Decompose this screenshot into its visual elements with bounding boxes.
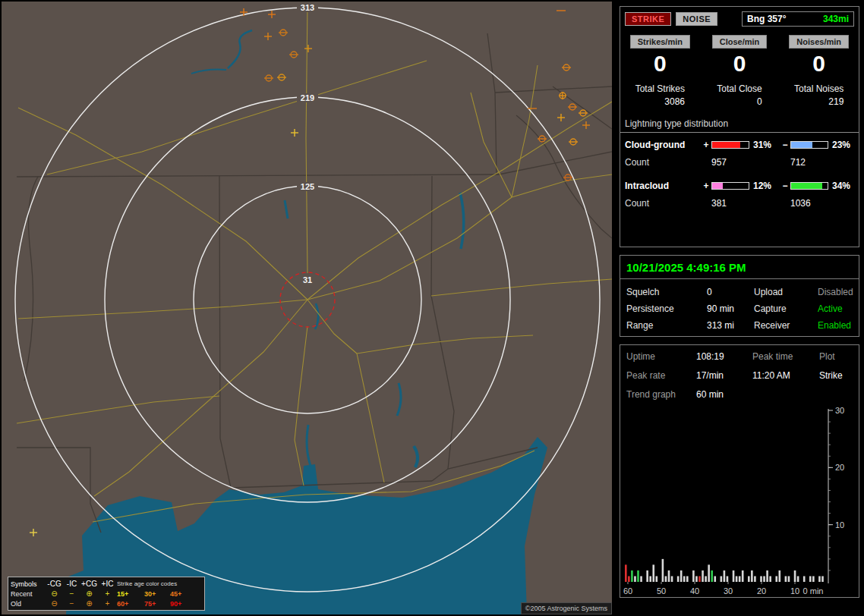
squelch-label: Squelch	[626, 287, 707, 297]
cg-plus-pct: 31%	[749, 140, 780, 150]
svg-text:30: 30	[835, 406, 844, 415]
cloud-ground-row: Cloud-ground + 31% − 23%	[625, 140, 854, 150]
minus-sign: −	[780, 140, 790, 150]
legend-symbols-header: Symbols	[11, 580, 46, 588]
cg-minus-bar	[790, 141, 828, 149]
intracloud-label: Intracloud	[625, 181, 701, 191]
cg-minus-pct: 23%	[828, 140, 854, 150]
close-per-min-counter: Close/min 0 Total Close 0	[700, 34, 780, 108]
capture-status: Active	[818, 303, 853, 314]
cg-minus-count: 712	[790, 157, 828, 168]
ring-label-125: 125	[301, 182, 314, 191]
bearing-distance: 343mi	[823, 14, 849, 24]
strikes-per-min-value: 0	[620, 52, 700, 76]
ic-minus-icon: −	[63, 590, 80, 598]
stats-panel: STRIKE NOISE Bng 357° 343mi Strikes/min …	[620, 6, 859, 247]
svg-text:30: 30	[724, 586, 733, 596]
ic-plus-pct: 12%	[749, 181, 780, 191]
total-close-value: 0	[717, 96, 762, 107]
ring-label-31: 31	[303, 275, 312, 284]
ring-label-313: 313	[301, 3, 314, 12]
ic-plus-count: 381	[711, 198, 749, 209]
ic-minus-bar	[790, 182, 828, 190]
age-75: 75+	[144, 600, 170, 608]
app-window: 313 219 125 31 Symbols -CG -IC +CG +IC S…	[0, 0, 864, 616]
persistence-label: Persistence	[626, 303, 707, 314]
peak-time-label: Peak time	[752, 351, 819, 362]
trend-chart-canvas: 3020106050403020100 min	[622, 406, 859, 597]
trend-graph: 3020106050403020100 min	[622, 406, 859, 600]
age-45: 45+	[170, 590, 196, 598]
age-15: 15+	[117, 590, 144, 598]
cloud-ground-count-row: Count 957 712	[625, 157, 854, 168]
uptime-label: Uptime	[626, 351, 696, 362]
upload-status: Disabled	[818, 287, 853, 297]
svg-text:60: 60	[623, 586, 632, 596]
cg-plus-count: 957	[711, 157, 749, 168]
map[interactable]: 313 219 125 31 Symbols -CG -IC +CG +IC S…	[2, 2, 612, 614]
peak-rate-value: 17/min	[696, 370, 752, 381]
copyright: ©2005 Astrogenic Systems	[521, 602, 612, 614]
count-label: Count	[625, 157, 701, 168]
persistence-value: 90 min	[707, 303, 754, 314]
svg-text:20: 20	[835, 463, 844, 472]
receiver-label: Receiver	[754, 320, 818, 331]
cg-plus-bar	[711, 141, 749, 149]
uptime-stats: Uptime 108:19 Peak time Plot Peak rate 1…	[626, 351, 853, 400]
trend-graph-label: Trend graph	[626, 389, 696, 400]
receiver-status: Enabled	[818, 320, 853, 331]
ic-plus-icon: +	[98, 600, 117, 608]
peak-time-value: 11:20 AM	[752, 370, 819, 381]
ic-minus-count: 1036	[790, 198, 828, 209]
plus-sign: +	[701, 140, 711, 150]
plot-value: Strike	[819, 370, 853, 381]
legend-col-pic: +IC	[98, 580, 117, 588]
svg-text:20: 20	[757, 586, 766, 596]
cloud-ground-label: Cloud-ground	[625, 140, 701, 150]
legend-col-nic: -IC	[63, 580, 80, 588]
rate-counters: Strikes/min 0 Total Strikes 3086 Close/m…	[620, 34, 859, 108]
legend-recent-label: Recent	[11, 590, 46, 598]
uptime-value: 108:19	[696, 351, 752, 362]
total-close-label: Total Close	[717, 83, 762, 94]
legend-old-label: Old	[11, 600, 46, 608]
strikes-per-min-button[interactable]: Strikes/min	[630, 35, 690, 49]
peak-rate-label: Peak rate	[626, 370, 696, 381]
legend-col-ncg: -CG	[46, 580, 63, 588]
noises-per-min-button[interactable]: Noises/min	[789, 35, 849, 49]
map-canvas[interactable]: 313 219 125 31	[2, 2, 612, 614]
map-legend: Symbols -CG -IC +CG +IC Strike age color…	[8, 577, 205, 611]
count-label: Count	[625, 198, 701, 209]
noise-button[interactable]: NOISE	[676, 12, 717, 26]
range-label: Range	[626, 320, 707, 331]
mode-controls: STRIKE NOISE Bng 357° 343mi	[620, 7, 859, 27]
noises-per-min-value: 0	[779, 52, 859, 76]
trend-window-value: 60 min	[696, 389, 752, 400]
age-60: 60+	[117, 600, 144, 608]
intracloud-count-row: Count 381 1036	[625, 198, 854, 209]
total-strikes-value: 3086	[635, 96, 685, 107]
cg-plus-icon: ⊕	[80, 600, 98, 608]
trend-panel: Uptime 108:19 Peak time Plot Peak rate 1…	[620, 344, 859, 598]
ic-plus-bar	[711, 182, 749, 190]
capture-label: Capture	[754, 303, 818, 314]
total-noises-value: 219	[794, 96, 844, 107]
bearing-display: Bng 357° 343mi	[742, 11, 854, 27]
minus-sign: −	[780, 181, 790, 191]
cg-plus-icon: ⊕	[80, 590, 98, 598]
close-per-min-value: 0	[700, 52, 780, 76]
strike-button[interactable]: STRIKE	[625, 12, 671, 26]
svg-text:10: 10	[790, 586, 799, 596]
range-value: 313 mi	[707, 320, 754, 331]
svg-text:40: 40	[690, 586, 699, 596]
svg-text:50: 50	[657, 586, 666, 596]
status-panel: 10/21/2025 4:49:16 PM Squelch 0 Upload D…	[620, 255, 859, 337]
age-90: 90+	[170, 600, 196, 608]
close-per-min-button[interactable]: Close/min	[712, 35, 768, 49]
ring-label-219: 219	[301, 93, 314, 102]
ic-plus-icon: +	[98, 590, 117, 598]
total-strikes-label: Total Strikes	[635, 83, 685, 94]
status-grid: Squelch 0 Upload Disabled Persistence 90…	[626, 287, 853, 331]
noises-per-min-counter: Noises/min 0 Total Noises 219	[779, 34, 859, 108]
plus-sign: +	[701, 181, 711, 191]
